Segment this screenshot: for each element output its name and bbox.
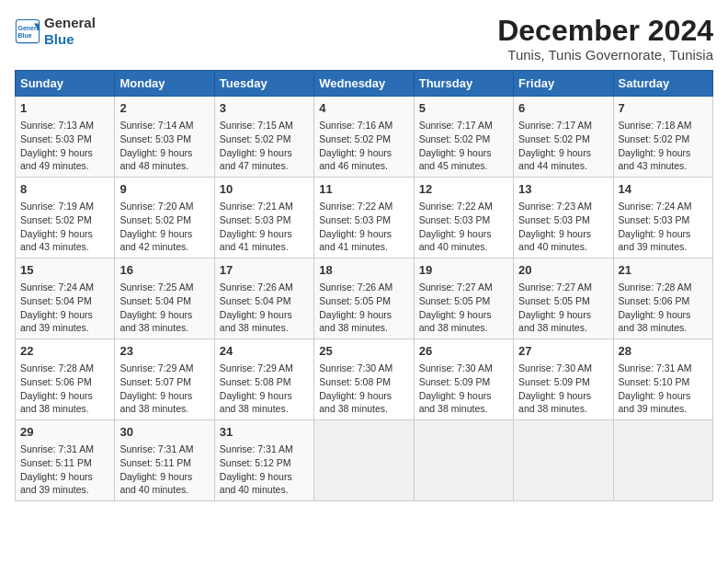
calendar-cell: 12Sunrise: 7:22 AM Sunset: 5:03 PM Dayli… <box>414 178 513 259</box>
day-info: Sunrise: 7:31 AM Sunset: 5:11 PM Dayligh… <box>119 442 209 497</box>
day-info: Sunrise: 7:30 AM Sunset: 5:08 PM Dayligh… <box>319 362 408 416</box>
day-info: Sunrise: 7:22 AM Sunset: 5:03 PM Dayligh… <box>319 200 408 254</box>
day-info: Sunrise: 7:24 AM Sunset: 5:04 PM Dayligh… <box>20 281 109 335</box>
weekday-header-thursday: Thursday <box>414 71 513 97</box>
day-info: Sunrise: 7:17 AM Sunset: 5:02 PM Dayligh… <box>518 119 608 173</box>
day-info: Sunrise: 7:20 AM Sunset: 5:02 PM Dayligh… <box>119 200 209 254</box>
calendar-cell: 9Sunrise: 7:20 AM Sunset: 5:02 PM Daylig… <box>115 178 214 259</box>
day-info: Sunrise: 7:19 AM Sunset: 5:02 PM Dayligh… <box>20 200 109 254</box>
day-number: 9 <box>119 181 209 198</box>
header: General Blue General Blue December 2024 … <box>15 15 713 63</box>
calendar-cell: 3Sunrise: 7:15 AM Sunset: 5:02 PM Daylig… <box>214 97 313 178</box>
day-info: Sunrise: 7:14 AM Sunset: 5:03 PM Dayligh… <box>119 119 209 173</box>
calendar: SundayMondayTuesdayWednesdayThursdayFrid… <box>15 70 713 501</box>
day-number: 4 <box>319 100 408 117</box>
day-number: 12 <box>419 181 508 198</box>
day-info: Sunrise: 7:31 AM Sunset: 5:10 PM Dayligh… <box>619 362 708 416</box>
calendar-cell: 29Sunrise: 7:31 AM Sunset: 5:11 PM Dayli… <box>16 419 115 500</box>
day-info: Sunrise: 7:29 AM Sunset: 5:08 PM Dayligh… <box>220 362 309 416</box>
day-info: Sunrise: 7:29 AM Sunset: 5:07 PM Dayligh… <box>119 362 209 416</box>
calendar-cell: 20Sunrise: 7:27 AM Sunset: 5:05 PM Dayli… <box>514 259 613 339</box>
calendar-cell: 31Sunrise: 7:31 AM Sunset: 5:12 PM Dayli… <box>214 419 313 500</box>
weekday-header-monday: Monday <box>115 71 214 97</box>
day-info: Sunrise: 7:15 AM Sunset: 5:02 PM Dayligh… <box>220 119 309 173</box>
calendar-cell <box>514 419 613 500</box>
day-number: 19 <box>419 262 508 279</box>
day-info: Sunrise: 7:27 AM Sunset: 5:05 PM Dayligh… <box>419 281 508 335</box>
calendar-cell: 7Sunrise: 7:18 AM Sunset: 5:02 PM Daylig… <box>613 97 712 178</box>
calendar-cell: 5Sunrise: 7:17 AM Sunset: 5:02 PM Daylig… <box>414 97 513 178</box>
weekday-header-friday: Friday <box>514 71 613 97</box>
day-info: Sunrise: 7:26 AM Sunset: 5:05 PM Dayligh… <box>319 281 408 335</box>
day-number: 31 <box>220 424 309 441</box>
weekday-header-tuesday: Tuesday <box>214 71 313 97</box>
day-number: 27 <box>518 343 608 360</box>
calendar-cell: 8Sunrise: 7:19 AM Sunset: 5:02 PM Daylig… <box>16 178 115 259</box>
day-number: 14 <box>619 181 708 198</box>
weekday-header-wednesday: Wednesday <box>314 71 414 97</box>
day-number: 18 <box>319 262 408 279</box>
day-info: Sunrise: 7:31 AM Sunset: 5:11 PM Dayligh… <box>20 442 109 497</box>
day-number: 23 <box>119 343 209 360</box>
day-number: 13 <box>518 181 608 198</box>
day-info: Sunrise: 7:30 AM Sunset: 5:09 PM Dayligh… <box>518 362 608 416</box>
calendar-cell: 6Sunrise: 7:17 AM Sunset: 5:02 PM Daylig… <box>514 97 613 178</box>
calendar-cell: 18Sunrise: 7:26 AM Sunset: 5:05 PM Dayli… <box>314 259 414 339</box>
day-info: Sunrise: 7:28 AM Sunset: 5:06 PM Dayligh… <box>20 362 109 416</box>
calendar-cell: 4Sunrise: 7:16 AM Sunset: 5:02 PM Daylig… <box>314 97 414 178</box>
logo-text-general: General <box>44 15 96 31</box>
day-info: Sunrise: 7:16 AM Sunset: 5:02 PM Dayligh… <box>319 119 408 173</box>
day-number: 26 <box>419 343 508 360</box>
svg-text:Blue: Blue <box>18 32 32 39</box>
svg-rect-0 <box>16 19 39 42</box>
title-area: December 2024 Tunis, Tunis Governorate, … <box>497 15 713 63</box>
calendar-cell: 13Sunrise: 7:23 AM Sunset: 5:03 PM Dayli… <box>514 178 613 259</box>
calendar-cell <box>314 419 414 500</box>
calendar-cell: 25Sunrise: 7:30 AM Sunset: 5:08 PM Dayli… <box>314 339 414 420</box>
day-info: Sunrise: 7:22 AM Sunset: 5:03 PM Dayligh… <box>419 200 508 254</box>
day-number: 10 <box>220 181 309 198</box>
logo-text-blue: Blue <box>44 31 96 48</box>
calendar-cell <box>414 419 513 500</box>
calendar-cell: 15Sunrise: 7:24 AM Sunset: 5:04 PM Dayli… <box>16 259 115 339</box>
day-number: 21 <box>619 262 708 279</box>
day-number: 17 <box>220 262 309 279</box>
calendar-cell: 2Sunrise: 7:14 AM Sunset: 5:03 PM Daylig… <box>115 97 214 178</box>
day-info: Sunrise: 7:23 AM Sunset: 5:03 PM Dayligh… <box>518 200 608 254</box>
day-info: Sunrise: 7:28 AM Sunset: 5:06 PM Dayligh… <box>619 281 708 335</box>
day-info: Sunrise: 7:25 AM Sunset: 5:04 PM Dayligh… <box>119 281 209 335</box>
main-title: December 2024 <box>497 15 713 47</box>
logo-icon: General Blue <box>15 18 40 44</box>
calendar-cell: 16Sunrise: 7:25 AM Sunset: 5:04 PM Dayli… <box>115 259 214 339</box>
day-number: 1 <box>20 100 109 117</box>
calendar-cell: 22Sunrise: 7:28 AM Sunset: 5:06 PM Dayli… <box>16 339 115 420</box>
calendar-cell: 27Sunrise: 7:30 AM Sunset: 5:09 PM Dayli… <box>514 339 613 420</box>
day-number: 28 <box>619 343 708 360</box>
day-number: 15 <box>20 262 109 279</box>
day-info: Sunrise: 7:18 AM Sunset: 5:02 PM Dayligh… <box>619 119 708 173</box>
calendar-cell: 23Sunrise: 7:29 AM Sunset: 5:07 PM Dayli… <box>115 339 214 420</box>
day-number: 8 <box>20 181 109 198</box>
calendar-cell: 30Sunrise: 7:31 AM Sunset: 5:11 PM Dayli… <box>115 419 214 500</box>
day-info: Sunrise: 7:26 AM Sunset: 5:04 PM Dayligh… <box>220 281 309 335</box>
calendar-cell: 10Sunrise: 7:21 AM Sunset: 5:03 PM Dayli… <box>214 178 313 259</box>
day-number: 11 <box>319 181 408 198</box>
calendar-cell <box>613 419 712 500</box>
day-info: Sunrise: 7:17 AM Sunset: 5:02 PM Dayligh… <box>419 119 508 173</box>
logo: General Blue General Blue <box>15 15 96 48</box>
day-number: 2 <box>119 100 209 117</box>
day-number: 24 <box>220 343 309 360</box>
calendar-cell: 1Sunrise: 7:13 AM Sunset: 5:03 PM Daylig… <box>16 97 115 178</box>
day-number: 30 <box>119 424 209 441</box>
day-number: 16 <box>119 262 209 279</box>
calendar-cell: 26Sunrise: 7:30 AM Sunset: 5:09 PM Dayli… <box>414 339 513 420</box>
calendar-cell: 17Sunrise: 7:26 AM Sunset: 5:04 PM Dayli… <box>214 259 313 339</box>
day-info: Sunrise: 7:27 AM Sunset: 5:05 PM Dayligh… <box>518 281 608 335</box>
day-info: Sunrise: 7:21 AM Sunset: 5:03 PM Dayligh… <box>220 200 309 254</box>
weekday-header-sunday: Sunday <box>16 71 115 97</box>
calendar-cell: 19Sunrise: 7:27 AM Sunset: 5:05 PM Dayli… <box>414 259 513 339</box>
calendar-cell: 14Sunrise: 7:24 AM Sunset: 5:03 PM Dayli… <box>613 178 712 259</box>
day-info: Sunrise: 7:13 AM Sunset: 5:03 PM Dayligh… <box>20 119 109 173</box>
day-number: 20 <box>518 262 608 279</box>
day-number: 5 <box>419 100 508 117</box>
